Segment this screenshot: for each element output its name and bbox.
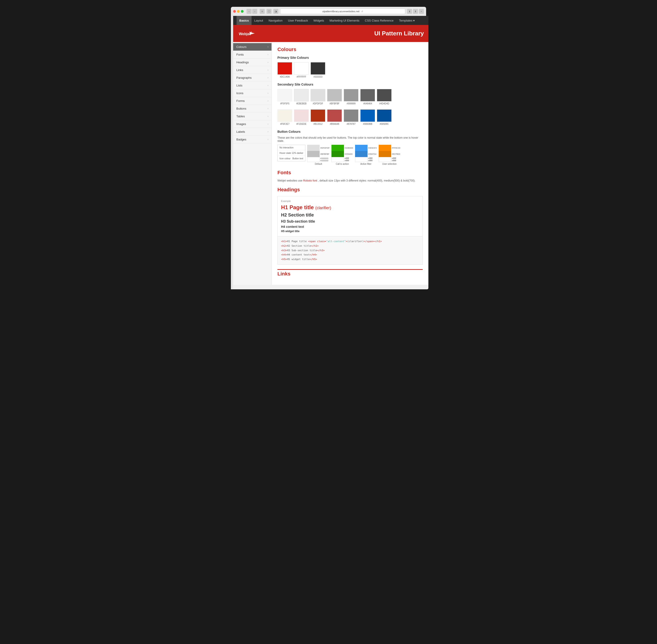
- swatch-white: [332, 157, 344, 162]
- nav-layout[interactable]: Layout: [252, 16, 266, 25]
- fonts-section: Fonts Webjet websites use Roboto font , …: [277, 170, 423, 182]
- button-set-user: #FF8C00 #E07B00 #ffffff#ffffff: [379, 145, 401, 165]
- address-bar[interactable]: uipatternlibrary.azurewebsites.net ↺: [280, 8, 405, 14]
- swatch-label: #B13312: [313, 123, 322, 125]
- logo-svg: Webjet: [238, 28, 256, 39]
- swatch-label: #ffffff#ffffff: [345, 157, 349, 162]
- sidebar-item-forms[interactable]: Forms ›: [233, 97, 272, 105]
- sidebar-item-images[interactable]: Images ›: [233, 120, 272, 128]
- swatch-878787: #878787: [344, 109, 359, 125]
- sidebar-item-links[interactable]: Links ›: [233, 66, 272, 74]
- user-hover: #E07B00: [379, 151, 401, 157]
- button-set-active: #3D9AF2 #3587D4 #ffffff#ffffff: [355, 145, 377, 165]
- swatch-white: [379, 157, 391, 162]
- swatch-4d4d4d: #4D4D4D: [377, 89, 392, 105]
- nav-buttons: ‹ ›: [247, 9, 257, 14]
- swatch-box: [277, 109, 292, 122]
- share-button[interactable]: ⬆: [413, 9, 418, 14]
- swatch-0060bb: #0060BB: [360, 109, 375, 125]
- secondary-colours-grid-row1: #F5F5F5 #EBEBEB #DFDFDF #BFBFBF: [277, 89, 423, 105]
- sidebar-item-headings[interactable]: Headings ›: [233, 59, 272, 66]
- headings-section: Headings Example H1 Page title (clarifie…: [277, 187, 423, 264]
- swatch-bfbfbf: #BFBFBF: [327, 89, 342, 105]
- primary-colours-title: Primary Site Colours: [277, 56, 423, 60]
- swatch-label: #ffffff#ffffff: [392, 157, 396, 162]
- new-tab-button[interactable]: +: [419, 9, 424, 14]
- chevron-icon: ›: [268, 92, 268, 94]
- swatch-box-red: [277, 62, 292, 75]
- swatch-box: [294, 109, 309, 122]
- button-labels-column: No interaction Hover state 12% darker Ic…: [277, 145, 305, 161]
- headings-code-box: <h1>H1 Page title <span class="alt-conte…: [277, 236, 423, 264]
- swatch-b13312: #B13312: [311, 109, 325, 125]
- swatch-label: #3D9AF2: [368, 147, 377, 149]
- nav-user-feedback[interactable]: User Feedback: [285, 16, 311, 25]
- swatch-label-dark: #333333: [314, 75, 322, 78]
- fonts-section-title: Fonts: [277, 170, 423, 176]
- swatch-label: #ffffff#ffffff: [368, 157, 372, 162]
- minimize-button[interactable]: [237, 10, 240, 13]
- sidebar-item-lists[interactable]: Lists ›: [233, 82, 272, 89]
- back-button[interactable]: ‹: [247, 9, 252, 14]
- sidebar-item-icons[interactable]: Icons ›: [233, 89, 272, 97]
- sidebar-item-badges[interactable]: Badges ›: [233, 136, 272, 143]
- swatch-333333: #333333: [311, 62, 325, 78]
- hero-title: UI Pattern Library: [375, 30, 424, 37]
- logo-area: Webjet: [238, 28, 256, 39]
- chevron-icon: ›: [268, 138, 268, 141]
- reader-view-button[interactable]: ≡: [260, 9, 265, 14]
- forward-button[interactable]: ›: [252, 9, 257, 14]
- label-icon-button: Icon colour Button text: [278, 156, 305, 161]
- sidebar-item-buttons[interactable]: Buttons ›: [233, 105, 272, 113]
- chevron-icon: ›: [268, 84, 268, 87]
- nav-css-class[interactable]: CSS Class Reference: [362, 16, 396, 25]
- button-set-default: #DFDFDF #BFBFBF #333333#333333: [307, 145, 330, 165]
- browser-window: ‹ › ≡ ⓘ ◑ uipatternlibrary.azurewebsites…: [231, 7, 426, 289]
- label-hover-state: Hover state 12% darker: [278, 151, 305, 156]
- theme-button[interactable]: ◑: [273, 9, 278, 14]
- swatch-box-dark: [311, 62, 325, 75]
- nav-marketing[interactable]: Marketing UI Elements: [327, 16, 362, 25]
- chevron-icon: ›: [268, 53, 268, 56]
- browser-actions: ⬇ ⬆ +: [407, 9, 424, 14]
- swatch-label: #259400: [345, 153, 353, 155]
- swatch-label: #FF8C00: [392, 147, 401, 149]
- swatch-active-hover: [355, 151, 367, 157]
- sidebar-item-labels[interactable]: Labels ›: [233, 128, 272, 136]
- swatch-box: [327, 89, 342, 101]
- active-swatches: #3D9AF2 #3587D4 #ffffff#ffffff: [355, 145, 377, 162]
- nav-navigation[interactable]: Navigation: [266, 16, 285, 25]
- chevron-icon: ›: [268, 131, 268, 133]
- main-layout: Colours › Fonts › Headings › Links › Par…: [233, 42, 428, 285]
- swatch-label: #333333#333333: [320, 157, 328, 162]
- sidebar-item-paragraphs[interactable]: Paragraphs ›: [233, 74, 272, 82]
- swatch-user-normal: [379, 145, 391, 151]
- swatch-box: [277, 89, 292, 101]
- nav-basics[interactable]: Basics: [236, 16, 252, 25]
- swatch-label: #3587D4: [368, 153, 377, 155]
- sidebar-item-fonts[interactable]: Fonts ›: [233, 51, 272, 59]
- default-text: #333333#333333: [307, 157, 330, 162]
- page-container: Basics Layout Navigation User Feedback W…: [233, 16, 428, 289]
- info-button[interactable]: ⓘ: [267, 9, 272, 14]
- nav-templates[interactable]: Templates ▾: [396, 16, 417, 25]
- swatch-label: #F6F2E7: [280, 123, 290, 125]
- sidebar-item-colours[interactable]: Colours ›: [233, 43, 272, 51]
- swatch-bfbfbf-hover: [307, 151, 320, 157]
- nav-widgets[interactable]: Widgets: [311, 16, 327, 25]
- default-hover: #BFBFBF: [307, 151, 330, 157]
- sidebar-item-tables[interactable]: Tables ›: [233, 113, 272, 120]
- close-button[interactable]: [233, 10, 236, 13]
- headings-section-title: Headings: [277, 187, 423, 193]
- default-swatches: #DFDFDF #BFBFBF #333333#333333: [307, 145, 330, 162]
- user-normal: #FF8C00: [379, 145, 401, 151]
- swatch-box: [344, 89, 359, 101]
- roboto-font-link[interactable]: Roboto font: [303, 179, 317, 182]
- download-button[interactable]: ⬇: [407, 9, 412, 14]
- h5-example: H5 widget title: [281, 230, 419, 233]
- svg-text:Webjet: Webjet: [239, 32, 251, 36]
- set-name-cta: Call to action: [336, 163, 349, 165]
- maximize-button[interactable]: [241, 10, 244, 13]
- primary-colours-section: Primary Site Colours #DC140A #FFFFFF: [277, 56, 423, 78]
- swatch-label: #F2DEDE: [296, 123, 307, 125]
